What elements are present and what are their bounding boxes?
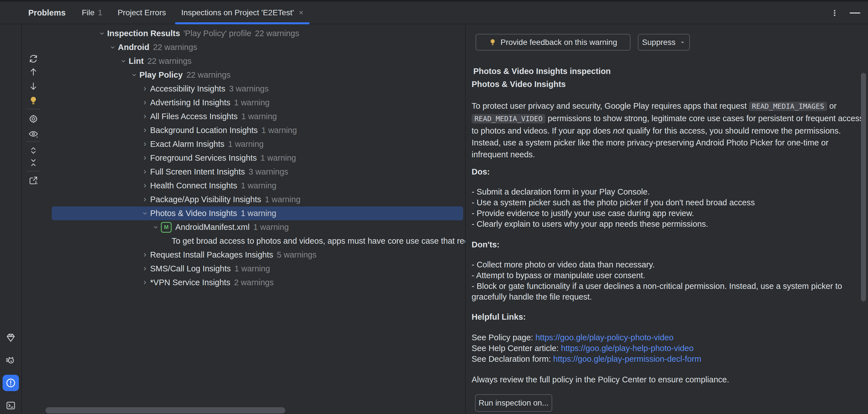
chevron-down-icon[interactable]: [96, 30, 107, 37]
donts-item: - Attempt to bypass or manipulate user c…: [472, 270, 865, 281]
minimize-icon[interactable]: [849, 12, 861, 14]
settings-gear-icon[interactable]: [28, 114, 38, 124]
preview-eye-icon[interactable]: [28, 129, 38, 139]
helpful-link[interactable]: https://goo.gle/play-policy-photo-video: [535, 333, 674, 342]
chevron-right-icon[interactable]: [140, 99, 150, 106]
description-text: or: [827, 101, 837, 110]
arrow-up-icon[interactable]: [28, 67, 38, 77]
tree-row[interactable]: SMS/Call Log Insights1 warning: [44, 262, 465, 276]
tree-row[interactable]: Inspection Results'Play Policy' profile2…: [44, 27, 465, 40]
chevron-right-icon[interactable]: [140, 182, 150, 189]
chevron-right-icon[interactable]: [140, 252, 150, 258]
tree-row[interactable]: Play Policy22 warnings: [44, 68, 465, 82]
chevron-down-icon[interactable]: [129, 72, 140, 78]
collapse-all-icon[interactable]: [28, 158, 38, 168]
suppress-button[interactable]: Suppress: [638, 34, 690, 50]
export-icon[interactable]: [28, 175, 38, 185]
helpful-link[interactable]: https://goo.gle/play-help-photo-video: [561, 344, 693, 353]
permission-code-chip: READ_MEDIA_VIDEO: [472, 114, 546, 124]
tree-row[interactable]: Full Screen Intent Insights3 warnings: [44, 165, 465, 179]
tree-row-label: Foreground Services Insights: [150, 153, 257, 163]
tab-inspections-on-project[interactable]: Inspections on Project 'E2ETest' ×: [174, 2, 311, 24]
tree-row-warning-count: 22 warnings: [255, 29, 299, 38]
tree-row[interactable]: Advertising Id Insights1 warning: [44, 96, 465, 110]
tree-row-warning-count: 3 warnings: [249, 167, 288, 176]
terminal-icon[interactable]: [5, 400, 16, 411]
chevron-down-icon: [679, 39, 686, 45]
tree-row[interactable]: Foreground Services Insights1 warning: [44, 151, 465, 165]
chevron-right-icon[interactable]: [140, 266, 150, 272]
run-inspection-button[interactable]: Run inspection on...: [475, 394, 552, 412]
tree-row[interactable]: Exact Alarm Insights1 warning: [44, 137, 465, 151]
lightbulb-icon: [489, 38, 496, 46]
file-tab-count-badge: 1: [98, 8, 102, 17]
tree-row[interactable]: To get broad access to photos and videos…: [44, 234, 465, 248]
chevron-right-icon[interactable]: [140, 196, 150, 203]
tree-row[interactable]: MAndroidManifest.xml1 warning: [44, 220, 465, 234]
chevron-right-icon[interactable]: [140, 169, 150, 175]
dos-list: - Submit a declaration form in your Play…: [472, 186, 865, 229]
tree-row-label: SMS/Call Log Insights: [150, 264, 231, 273]
logcat-cat-icon[interactable]: [5, 355, 16, 366]
tree-row-selected[interactable]: Photos & Video Insights1 warning: [52, 206, 463, 220]
horizontal-scrollbar-thumb[interactable]: [45, 407, 285, 413]
dos-item: - Use a system picker such as the photo …: [472, 197, 865, 208]
chevron-right-icon[interactable]: [140, 113, 150, 120]
tree-row-warning-count: 1 warning: [234, 98, 270, 107]
tree-row[interactable]: All Files Access Insights1 warning: [44, 110, 465, 124]
tree-row-warning-count: 1 warning: [235, 264, 270, 273]
chevron-right-icon[interactable]: [140, 141, 150, 147]
toolbar-separator: [27, 141, 40, 142]
problems-icon[interactable]: [3, 375, 19, 391]
chevron-down-icon[interactable]: [150, 224, 161, 231]
chevron-down-icon[interactable]: [107, 44, 118, 50]
tree-row[interactable]: *VPN Service Insights2 warnings: [44, 276, 465, 289]
header-controls: [831, 2, 861, 24]
gem-icon[interactable]: [5, 333, 16, 343]
tree-row-label: To get broad access to photos and videos…: [172, 236, 465, 246]
refresh-icon[interactable]: [28, 54, 38, 64]
tree-row-warning-count: 1 warning: [261, 126, 297, 135]
tree-row-label: Inspection Results: [107, 29, 180, 38]
tree-row-label: Lint: [129, 57, 144, 66]
chevron-right-icon[interactable]: [140, 85, 150, 92]
tree-row[interactable]: Lint22 warnings: [44, 54, 465, 68]
tree-row[interactable]: Background Location Insights1 warning: [44, 124, 465, 137]
vertical-scrollbar-thumb[interactable]: [861, 73, 866, 301]
tree-row[interactable]: Request Install Packages Insights5 warni…: [44, 248, 465, 262]
tree-row-warning-count: 1 warning: [241, 112, 277, 121]
tree-row-warning-count: 22 warnings: [147, 57, 191, 66]
tree-row-label: Accessibility Insights: [150, 84, 225, 94]
expand-all-icon[interactable]: [28, 145, 38, 156]
link-prefix: See Policy page:: [472, 333, 535, 342]
kebab-menu-icon[interactable]: [831, 9, 839, 17]
inspection-title: Photos & Video Insights: [472, 79, 865, 90]
arrow-down-icon[interactable]: [28, 81, 38, 91]
tree-row-label: Advertising Id Insights: [150, 98, 230, 107]
close-tab-icon[interactable]: ×: [299, 8, 303, 17]
lightbulb-icon[interactable]: [28, 96, 38, 106]
tree-row-warning-count: 1 warning: [253, 222, 289, 232]
donts-item: - Block or gate functionality if a user …: [472, 281, 865, 302]
tree-row-label: Request Install Packages Insights: [150, 250, 273, 260]
tab-project-errors[interactable]: Project Errors: [110, 2, 174, 24]
tree-row-label: Health Connect Insights: [150, 181, 237, 190]
tree-row-label: Package/App Visibility Insights: [150, 195, 261, 204]
tree-row[interactable]: Accessibility Insights3 warnings: [44, 82, 465, 96]
dos-heading: Dos:: [472, 166, 865, 177]
tree-row[interactable]: Android22 warnings: [44, 40, 465, 54]
provide-feedback-button[interactable]: Provide feedback on this warning: [475, 34, 630, 50]
tree-row[interactable]: Health Connect Insights1 warning: [44, 179, 465, 193]
chevron-down-icon[interactable]: [118, 58, 129, 64]
chevron-right-icon[interactable]: [140, 279, 150, 286]
inspection-results-tree: Inspection Results'Play Policy' profile2…: [44, 24, 465, 414]
helpful-link[interactable]: https://goo.gle/play-permission-decl-for…: [553, 354, 702, 364]
chevron-right-icon[interactable]: [140, 127, 150, 134]
tree-row[interactable]: Package/App Visibility Insights1 warning: [44, 193, 465, 206]
tab-file[interactable]: File 1: [74, 2, 110, 24]
helpful-link-line: See Help Center article: https://goo.gle…: [472, 343, 865, 353]
chevron-right-icon[interactable]: [140, 155, 150, 161]
tree-row-warning-count: 1 warning: [260, 153, 296, 163]
header-tabs: File 1 Project Errors Inspections on Pro…: [74, 2, 311, 24]
chevron-down-icon[interactable]: [140, 210, 150, 217]
